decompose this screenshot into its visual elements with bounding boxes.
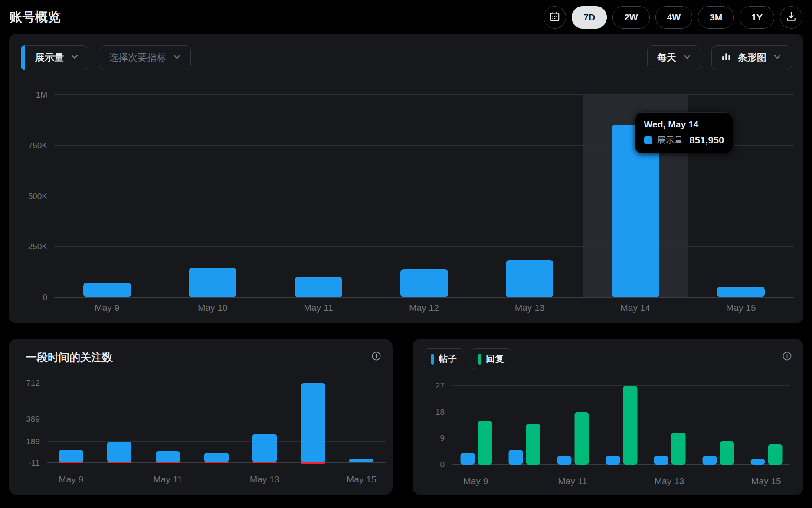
gridline-9 — [452, 438, 790, 438]
replies-bar-may-14[interactable] — [720, 441, 734, 465]
info-icon[interactable] — [782, 351, 792, 363]
replies-bar-may-9[interactable] — [478, 421, 492, 465]
calendar-button[interactable] — [544, 6, 566, 29]
gridline-500K — [54, 196, 794, 196]
followers-bar-may-10[interactable] — [107, 442, 131, 463]
followers-bar-may-9[interactable] — [59, 450, 83, 463]
primary-metric-dropdown[interactable]: 展示量 — [21, 45, 88, 70]
bar-may-13[interactable] — [506, 260, 553, 297]
gridline-189 — [47, 441, 386, 442]
replies-bar-may-15[interactable] — [768, 444, 783, 465]
main-chart-header: 展示量 选择次要指标 每天 — [9, 34, 803, 70]
impressions-card: 展示量 选择次要指标 每天 — [9, 34, 803, 323]
x-label-may-9: May 9 — [59, 474, 83, 485]
range-pill-1y[interactable]: 1Y — [740, 6, 774, 29]
legend-chip-回复[interactable]: 回复 — [471, 348, 511, 369]
range-controls: 7D2W4W3M1Y — [544, 6, 802, 29]
x-label-may-13: May 13 — [655, 476, 684, 486]
tooltip-metric-label: 展示量 — [657, 134, 683, 146]
followers-x-axis: May 9May 11May 13May 15 — [47, 474, 386, 486]
range-pill-2w[interactable]: 2W — [612, 6, 650, 29]
gridline-0 — [452, 464, 790, 465]
impressions-x-axis: May 9May 10May 11May 12May 13May 14May 1… — [54, 303, 794, 318]
chevron-down-icon — [773, 52, 781, 63]
posts-bar-may-14[interactable] — [702, 456, 717, 465]
unfollows-bar-may-14[interactable] — [301, 462, 325, 464]
x-label-may-13: May 13 — [250, 474, 280, 485]
x-label-may-14: May 14 — [620, 303, 650, 313]
followers-bar-may-14[interactable] — [301, 383, 325, 462]
legend-label: 帖子 — [439, 353, 457, 365]
y-tick--11: -11 — [29, 458, 40, 468]
chevron-down-icon — [173, 52, 181, 63]
followers-plot: 712389189-11 — [47, 383, 386, 464]
unfollows-bar-may-11[interactable] — [156, 462, 180, 463]
posts-replies-x-axis: May 9May 11May 13May 15 — [452, 476, 790, 488]
gridline-18 — [452, 412, 790, 412]
x-label-may-15: May 15 — [726, 303, 756, 313]
secondary-metric-dropdown[interactable]: 选择次要指标 — [99, 45, 191, 70]
bottom-row: 一段时间的关注数 712389189-11 May 9May 11May 13M… — [9, 339, 803, 495]
replies-bar-may-13[interactable] — [671, 433, 686, 465]
interval-dropdown[interactable]: 每天 — [647, 45, 701, 70]
followers-bar-may-12[interactable] — [204, 453, 229, 463]
gridline-712 — [47, 383, 386, 383]
posts-replies-card: 帖子回复 271890 May 9May 11May 13May 15 — [413, 339, 803, 495]
posts-bar-may-13[interactable] — [654, 456, 668, 465]
replies-bar-may-10[interactable] — [526, 424, 540, 465]
y-tick-250K: 250K — [28, 242, 47, 251]
gridline-389 — [47, 419, 386, 419]
page-title: 账号概览 — [10, 9, 61, 26]
y-tick-27: 27 — [435, 381, 445, 391]
legend-swatch — [431, 354, 434, 365]
range-pill-7d[interactable]: 7D — [572, 6, 607, 29]
followers-bar-may-15[interactable] — [349, 459, 373, 462]
bar-may-11[interactable] — [295, 277, 342, 297]
bar-may-10[interactable] — [189, 268, 236, 297]
bar-may-12[interactable] — [400, 269, 448, 297]
posts-bar-may-9[interactable] — [460, 453, 475, 465]
y-tick-9: 9 — [440, 433, 445, 443]
replies-bar-may-12[interactable] — [623, 386, 637, 465]
primary-metric-label: 展示量 — [35, 51, 64, 64]
range-pill-3m[interactable]: 3M — [698, 6, 734, 29]
y-tick-712: 712 — [26, 378, 40, 388]
y-tick-389: 389 — [26, 414, 40, 424]
posts-bar-may-11[interactable] — [557, 456, 571, 465]
legend: 帖子回复 — [424, 348, 511, 369]
x-label-may-10: May 10 — [198, 303, 228, 313]
info-icon[interactable] — [371, 351, 381, 363]
unfollows-bar-may-9[interactable] — [59, 462, 83, 463]
replies-bar-may-11[interactable] — [574, 412, 589, 465]
gridline-1M — [54, 94, 794, 95]
bar-may-15[interactable] — [717, 287, 765, 297]
followers-card: 一段时间的关注数 712389189-11 May 9May 11May 13M… — [9, 339, 393, 495]
followers-bar-may-13[interactable] — [252, 434, 277, 462]
download-button[interactable] — [780, 6, 802, 29]
posts-bar-may-15[interactable] — [751, 459, 765, 465]
posts-bar-may-12[interactable] — [606, 456, 620, 465]
tooltip-date: Wed, May 14 — [644, 119, 724, 130]
unfollows-bar-may-10[interactable] — [107, 462, 131, 463]
metric-accent-bar — [21, 45, 25, 70]
bar-may-9[interactable] — [83, 283, 131, 297]
y-tick-750K: 750K — [28, 141, 47, 150]
unfollows-bar-may-12[interactable] — [204, 462, 229, 463]
legend-label: 回复 — [486, 353, 504, 365]
chart-type-dropdown[interactable]: 条形图 — [711, 45, 791, 70]
posts-bar-may-10[interactable] — [509, 450, 523, 465]
y-tick-189: 189 — [26, 437, 40, 446]
followers-bar-may-11[interactable] — [156, 451, 180, 462]
followers-card-title: 一段时间的关注数 — [26, 350, 113, 365]
calendar-icon — [549, 11, 560, 24]
x-label-may-11: May 11 — [304, 303, 333, 313]
y-tick-0: 0 — [440, 460, 445, 469]
x-label-may-9: May 9 — [95, 303, 119, 313]
tooltip-series-swatch — [644, 136, 652, 144]
y-tick-500K: 500K — [28, 192, 47, 201]
legend-chip-帖子[interactable]: 帖子 — [424, 348, 464, 369]
unfollows-bar-may-13[interactable] — [252, 462, 277, 463]
range-pill-4w[interactable]: 4W — [655, 6, 693, 29]
gridline-27 — [452, 385, 790, 386]
x-label-may-15: May 15 — [751, 476, 781, 486]
